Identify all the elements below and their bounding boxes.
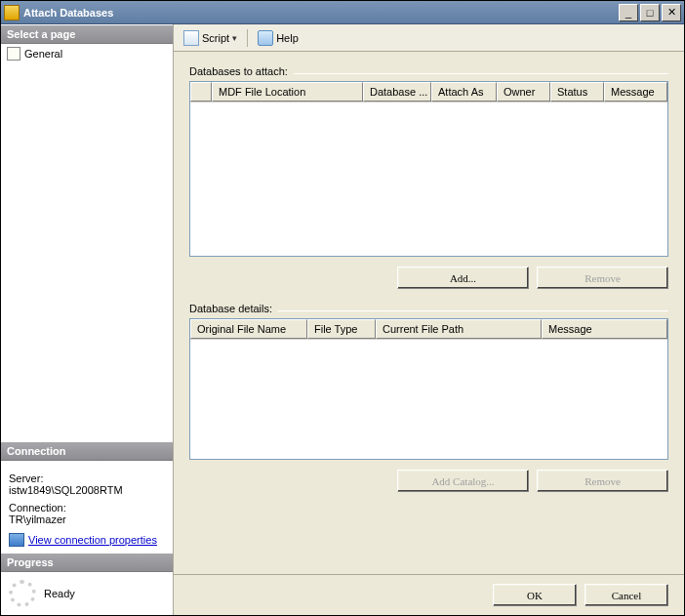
left-pane: Select a page General Connection Server:… <box>1 24 174 615</box>
page-item-general[interactable]: General <box>1 44 173 63</box>
attach-col-attachas[interactable]: Attach As <box>431 82 497 102</box>
details-col-original[interactable]: Original File Name <box>190 319 307 339</box>
titlebar: Attach Databases _ □ ✕ <box>1 1 684 24</box>
details-col-message[interactable]: Message <box>542 319 667 339</box>
ok-button[interactable]: OK <box>493 584 577 606</box>
attach-grid-header: MDF File Location Database ... Attach As… <box>190 82 667 103</box>
dialog-footer: OK Cancel <box>174 574 684 615</box>
attach-col-mdf[interactable]: MDF File Location <box>212 82 363 102</box>
add-catalog-button[interactable]: Add Catalog... <box>397 470 529 492</box>
connection-label: Connection: <box>9 502 165 513</box>
script-icon <box>183 30 199 46</box>
details-remove-button[interactable]: Remove <box>537 470 668 492</box>
connection-header: Connection <box>1 441 173 461</box>
toolbar-divider <box>247 29 248 47</box>
maximize-button[interactable]: □ <box>640 4 660 21</box>
attach-col-database[interactable]: Database ... <box>363 82 431 102</box>
attach-col-status[interactable]: Status <box>550 82 604 102</box>
right-pane: Script ▾ Help Databases to attach: MDF F… <box>174 24 684 615</box>
details-grid-header: Original File Name File Type Current Fil… <box>190 319 667 340</box>
progress-body: Ready <box>1 572 173 615</box>
connection-properties-icon <box>9 533 24 547</box>
attach-grid[interactable]: MDF File Location Database ... Attach As… <box>189 81 668 257</box>
minimize-button[interactable]: _ <box>619 4 638 21</box>
close-button[interactable]: ✕ <box>662 4 681 21</box>
server-value: istw1849\SQL2008RTM <box>9 484 165 496</box>
cancel-button[interactable]: Cancel <box>584 584 668 606</box>
script-menu[interactable]: Script ▾ <box>180 28 241 48</box>
databases-to-attach-label: Databases to attach: <box>189 65 288 77</box>
details-col-filetype[interactable]: File Type <box>307 319 376 339</box>
select-page-header: Select a page <box>1 24 173 44</box>
progress-header: Progress <box>1 553 173 572</box>
database-details-label: Database details: <box>189 303 272 314</box>
attach-col-owner[interactable]: Owner <box>497 82 550 102</box>
progress-spinner-icon <box>9 580 36 607</box>
attach-col-message[interactable]: Message <box>604 82 667 102</box>
attach-col-selector[interactable] <box>190 82 212 102</box>
page-label: General <box>24 48 62 60</box>
help-button[interactable]: Help <box>254 28 302 48</box>
details-col-path[interactable]: Current File Path <box>376 319 542 339</box>
connection-body: Server: istw1849\SQL2008RTM Connection: … <box>1 461 173 553</box>
add-button[interactable]: Add... <box>397 267 529 289</box>
remove-button[interactable]: Remove <box>537 267 668 289</box>
server-label: Server: <box>9 472 165 484</box>
view-connection-properties-link[interactable]: View connection properties <box>28 534 157 546</box>
page-icon <box>7 47 20 61</box>
script-label: Script <box>202 32 229 44</box>
toolbar: Script ▾ Help <box>174 24 684 52</box>
help-icon <box>258 30 273 46</box>
help-label: Help <box>276 32 299 44</box>
chevron-down-icon: ▾ <box>232 33 237 43</box>
window-title: Attach Databases <box>23 7 617 19</box>
app-icon <box>4 5 20 21</box>
progress-status: Ready <box>44 588 75 599</box>
connection-value: TR\yilmazer <box>9 513 165 525</box>
details-grid[interactable]: Original File Name File Type Current Fil… <box>189 318 668 460</box>
